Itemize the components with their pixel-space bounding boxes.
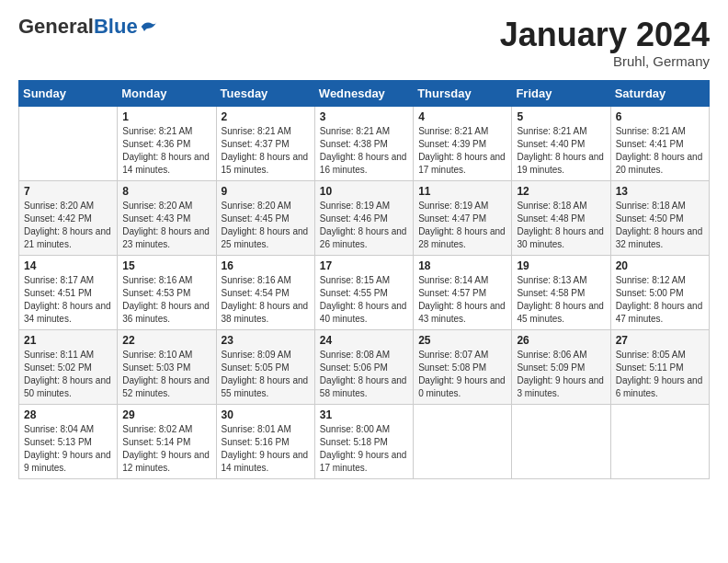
header-friday: Friday	[512, 80, 610, 106]
calendar-cell: 20Sunrise: 8:12 AMSunset: 5:00 PMDayligh…	[610, 255, 709, 329]
day-number: 1	[122, 110, 210, 123]
calendar-header-row: Sunday Monday Tuesday Wednesday Thursday…	[19, 80, 710, 106]
calendar-cell: 28Sunrise: 8:04 AMSunset: 5:13 PMDayligh…	[19, 404, 118, 478]
calendar-week-row: 7Sunrise: 8:20 AMSunset: 4:42 PMDaylight…	[19, 180, 710, 255]
day-number: 28	[24, 408, 112, 421]
title-block: January 2024 Bruhl, Germany	[500, 17, 710, 69]
day-detail: Sunrise: 8:12 AMSunset: 5:00 PMDaylight:…	[616, 275, 703, 324]
day-number: 14	[24, 259, 112, 272]
calendar-cell	[512, 404, 610, 478]
logo: GeneralBlue	[18, 17, 158, 37]
calendar-cell: 10Sunrise: 8:19 AMSunset: 4:46 PMDayligh…	[314, 180, 413, 255]
calendar-cell: 15Sunrise: 8:16 AMSunset: 4:53 PMDayligh…	[118, 255, 216, 329]
header-thursday: Thursday	[414, 80, 512, 106]
day-number: 16	[222, 259, 310, 272]
day-number: 6	[616, 110, 704, 123]
calendar-cell: 16Sunrise: 8:16 AMSunset: 4:54 PMDayligh…	[216, 255, 314, 329]
day-detail: Sunrise: 8:16 AMSunset: 4:54 PMDaylight:…	[222, 275, 309, 324]
calendar-week-row: 14Sunrise: 8:17 AMSunset: 4:51 PMDayligh…	[19, 255, 710, 329]
day-detail: Sunrise: 8:21 AMSunset: 4:41 PMDaylight:…	[616, 126, 703, 175]
calendar-cell: 24Sunrise: 8:08 AMSunset: 5:06 PMDayligh…	[314, 329, 413, 404]
calendar-cell: 17Sunrise: 8:15 AMSunset: 4:55 PMDayligh…	[314, 255, 413, 329]
calendar-cell: 5Sunrise: 8:21 AMSunset: 4:40 PMDaylight…	[512, 106, 610, 180]
calendar-cell: 21Sunrise: 8:11 AMSunset: 5:02 PMDayligh…	[19, 329, 118, 404]
day-detail: Sunrise: 8:02 AMSunset: 5:14 PMDaylight:…	[122, 424, 210, 473]
day-detail: Sunrise: 8:21 AMSunset: 4:40 PMDaylight:…	[517, 126, 604, 175]
day-detail: Sunrise: 8:21 AMSunset: 4:38 PMDaylight:…	[320, 126, 407, 175]
day-number: 22	[122, 334, 210, 347]
day-number: 29	[122, 408, 210, 421]
header-tuesday: Tuesday	[216, 80, 314, 106]
day-number: 24	[320, 334, 408, 347]
calendar-cell: 12Sunrise: 8:18 AMSunset: 4:48 PMDayligh…	[512, 180, 610, 255]
day-number: 20	[616, 259, 704, 272]
day-detail: Sunrise: 8:18 AMSunset: 4:50 PMDaylight:…	[616, 201, 703, 249]
calendar-cell: 1Sunrise: 8:21 AMSunset: 4:36 PMDaylight…	[118, 106, 216, 180]
logo-general-text: General	[18, 15, 94, 38]
day-number: 27	[616, 334, 704, 347]
day-detail: Sunrise: 8:16 AMSunset: 4:53 PMDaylight:…	[122, 275, 210, 324]
day-number: 25	[418, 334, 506, 347]
day-number: 18	[418, 259, 506, 272]
day-number: 23	[222, 334, 310, 347]
calendar-week-row: 1Sunrise: 8:21 AMSunset: 4:36 PMDaylight…	[19, 106, 710, 180]
day-number: 21	[24, 334, 112, 347]
day-number: 13	[616, 185, 704, 198]
day-detail: Sunrise: 8:21 AMSunset: 4:37 PMDaylight:…	[222, 126, 309, 175]
day-detail: Sunrise: 8:09 AMSunset: 5:05 PMDaylight:…	[222, 350, 309, 398]
day-detail: Sunrise: 8:14 AMSunset: 4:57 PMDaylight:…	[418, 275, 506, 324]
calendar-cell: 4Sunrise: 8:21 AMSunset: 4:39 PMDaylight…	[414, 106, 512, 180]
day-number: 15	[122, 259, 210, 272]
calendar-cell	[19, 106, 118, 180]
calendar-cell: 11Sunrise: 8:19 AMSunset: 4:47 PMDayligh…	[414, 180, 512, 255]
calendar-cell: 18Sunrise: 8:14 AMSunset: 4:57 PMDayligh…	[414, 255, 512, 329]
day-detail: Sunrise: 8:17 AMSunset: 4:51 PMDaylight:…	[24, 275, 111, 324]
day-number: 19	[517, 259, 605, 272]
day-number: 17	[320, 259, 408, 272]
calendar-cell: 30Sunrise: 8:01 AMSunset: 5:16 PMDayligh…	[216, 404, 314, 478]
day-detail: Sunrise: 8:19 AMSunset: 4:46 PMDaylight:…	[320, 201, 407, 249]
header: GeneralBlue January 2024 Bruhl, Germany	[18, 17, 710, 69]
day-detail: Sunrise: 8:05 AMSunset: 5:11 PMDaylight:…	[616, 350, 703, 398]
day-detail: Sunrise: 8:10 AMSunset: 5:03 PMDaylight:…	[122, 350, 210, 398]
calendar-table: Sunday Monday Tuesday Wednesday Thursday…	[18, 80, 710, 479]
day-detail: Sunrise: 8:01 AMSunset: 5:16 PMDaylight:…	[222, 424, 309, 473]
calendar-cell: 29Sunrise: 8:02 AMSunset: 5:14 PMDayligh…	[118, 404, 216, 478]
day-number: 30	[222, 408, 310, 421]
calendar-cell: 6Sunrise: 8:21 AMSunset: 4:41 PMDaylight…	[610, 106, 709, 180]
calendar-cell: 14Sunrise: 8:17 AMSunset: 4:51 PMDayligh…	[19, 255, 118, 329]
calendar-cell: 19Sunrise: 8:13 AMSunset: 4:58 PMDayligh…	[512, 255, 610, 329]
day-number: 10	[320, 185, 408, 198]
calendar-cell: 2Sunrise: 8:21 AMSunset: 4:37 PMDaylight…	[216, 106, 314, 180]
calendar-cell: 22Sunrise: 8:10 AMSunset: 5:03 PMDayligh…	[118, 329, 216, 404]
calendar-cell: 23Sunrise: 8:09 AMSunset: 5:05 PMDayligh…	[216, 329, 314, 404]
day-detail: Sunrise: 8:00 AMSunset: 5:18 PMDaylight:…	[320, 424, 407, 473]
logo-blue-text: Blue	[94, 15, 138, 38]
day-detail: Sunrise: 8:18 AMSunset: 4:48 PMDaylight:…	[517, 201, 604, 249]
title-month: January 2024	[500, 17, 710, 53]
calendar-cell: 13Sunrise: 8:18 AMSunset: 4:50 PMDayligh…	[610, 180, 709, 255]
header-wednesday: Wednesday	[314, 80, 413, 106]
title-location: Bruhl, Germany	[500, 53, 710, 69]
day-number: 9	[222, 185, 310, 198]
day-detail: Sunrise: 8:06 AMSunset: 5:09 PMDaylight:…	[517, 350, 604, 398]
day-detail: Sunrise: 8:21 AMSunset: 4:36 PMDaylight:…	[122, 126, 210, 175]
day-detail: Sunrise: 8:19 AMSunset: 4:47 PMDaylight:…	[418, 201, 506, 249]
calendar-cell	[610, 404, 709, 478]
day-number: 26	[517, 334, 605, 347]
calendar-cell: 25Sunrise: 8:07 AMSunset: 5:08 PMDayligh…	[414, 329, 512, 404]
day-detail: Sunrise: 8:04 AMSunset: 5:13 PMDaylight:…	[24, 424, 111, 473]
day-number: 12	[517, 185, 605, 198]
day-number: 31	[320, 408, 408, 421]
calendar-cell: 9Sunrise: 8:20 AMSunset: 4:45 PMDaylight…	[216, 180, 314, 255]
day-number: 7	[24, 185, 112, 198]
day-detail: Sunrise: 8:07 AMSunset: 5:08 PMDaylight:…	[418, 350, 506, 398]
day-number: 11	[418, 185, 506, 198]
calendar-cell: 26Sunrise: 8:06 AMSunset: 5:09 PMDayligh…	[512, 329, 610, 404]
day-detail: Sunrise: 8:13 AMSunset: 4:58 PMDaylight:…	[517, 275, 604, 324]
calendar-cell: 7Sunrise: 8:20 AMSunset: 4:42 PMDaylight…	[19, 180, 118, 255]
logo-text: GeneralBlue	[18, 17, 158, 37]
day-detail: Sunrise: 8:15 AMSunset: 4:55 PMDaylight:…	[320, 275, 407, 324]
day-detail: Sunrise: 8:21 AMSunset: 4:39 PMDaylight:…	[418, 126, 506, 175]
header-monday: Monday	[118, 80, 216, 106]
